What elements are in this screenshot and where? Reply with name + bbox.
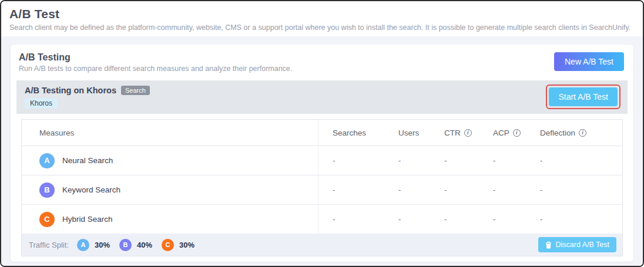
acp-value: - [479,185,526,194]
deflection-value: - [526,156,622,165]
table-row: A Neural Search - - - - - [22,146,622,175]
annotation-highlight: Start A/B Test [546,85,620,109]
users-value: - [384,156,430,165]
page-title: A/B Test [9,7,633,21]
column-header-users: Users [384,129,430,137]
column-header-ctr-label: CTR [444,129,461,137]
acp-value: - [479,215,526,224]
client-chip: Khoros [25,98,58,109]
measure-cell: B Keyword Search [22,175,318,204]
info-icon[interactable]: i [579,129,586,137]
traffic-split-label: Traffic Split: [29,241,69,249]
test-banner: A/B Testing on Khoros Search Khoros Star… [16,80,628,114]
column-header-acp-label: ACP [493,129,509,137]
discard-ab-test-button[interactable]: Discard A/B Test [538,237,616,252]
trash-icon [545,241,552,249]
page-subtitle: Search client may be defined as the plat… [9,23,633,32]
variant-b-badge: B [119,239,132,251]
table-row: B Keyword Search - - - - - [22,175,622,204]
variant-b-badge: B [39,182,55,198]
column-header-ctr: CTR i [430,129,479,137]
column-header-searches: Searches [318,129,384,137]
banner-title-row: A/B Testing on Khoros Search [25,86,150,95]
measures-table: Measures Searches Users CTR i ACP i [21,119,623,256]
table-footer: Traffic Split: A 30% B 40% C 30% [22,234,622,256]
variant-c-badge: C [162,239,174,251]
split-value: 30% [95,241,110,249]
searches-value: - [318,215,384,224]
banner-info: A/B Testing on Khoros Search Khoros [25,86,150,109]
measure-label: Keyword Search [62,185,120,194]
searches-value: - [318,185,384,194]
column-header-deflection: Deflection i [526,129,622,137]
split-value: 30% [179,241,194,249]
info-icon[interactable]: i [464,129,472,137]
ctr-value: - [430,185,479,194]
ctr-value: - [430,156,479,165]
section-subtitle: Run A/B tests to compare different searc… [19,65,292,73]
users-value: - [384,185,430,194]
variant-c-badge: C [39,212,55,227]
start-ab-test-button[interactable]: Start A/B Test [549,87,618,106]
search-type-badge: Search [121,86,150,95]
column-header-measures: Measures [22,120,318,146]
measure-label: Neural Search [62,156,113,165]
column-header-acp: ACP i [479,129,526,137]
deflection-value: - [526,185,622,194]
content-area: A/B Testing Run A/B tests to compare dif… [1,36,643,266]
table-header-row: Measures Searches Users CTR i ACP i [22,120,622,146]
variant-a-badge: A [39,153,55,168]
measure-cell: C Hybrid Search [22,205,318,234]
measure-label: Hybrid Search [62,215,113,224]
ab-test-page: A/B Test Search client may be defined as… [0,0,644,267]
split-value: 40% [137,241,152,249]
table-row: C Hybrid Search - - - - - [22,204,622,234]
section-title: A/B Testing [19,52,292,63]
deflection-value: - [526,215,622,224]
info-icon[interactable]: i [513,129,521,137]
discard-button-label: Discard A/B Test [556,241,609,249]
measure-cell: A Neural Search [22,146,318,175]
variant-a-badge: A [77,239,89,251]
acp-value: - [479,156,526,165]
new-ab-test-button[interactable]: New A/B Test [554,52,624,71]
traffic-split-c: C 30% [162,239,194,251]
users-value: - [384,215,430,224]
ctr-value: - [430,215,479,224]
ab-testing-card: A/B Testing Run A/B tests to compare dif… [11,45,633,262]
page-header: A/B Test Search client may be defined as… [1,1,643,32]
searches-value: - [318,156,384,165]
section-header-text: A/B Testing Run A/B tests to compare dif… [19,52,292,73]
traffic-split-b: B 40% [119,239,152,251]
banner-title: A/B Testing on Khoros [25,86,116,95]
section-header: A/B Testing Run A/B tests to compare dif… [16,52,628,73]
traffic-split-a: A 30% [77,239,110,251]
column-header-deflection-label: Deflection [540,129,575,137]
